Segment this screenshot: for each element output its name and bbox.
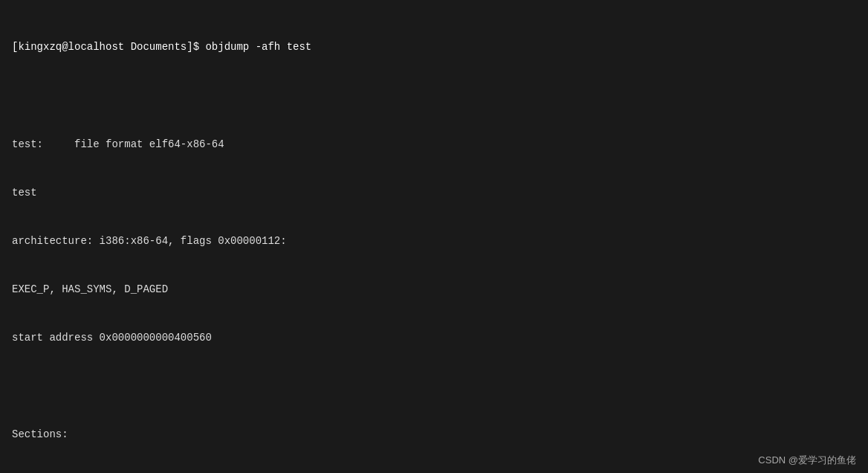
arch-line: architecture: i386:x86-64, flags 0x00000… — [12, 234, 856, 250]
exec-line: EXEC_P, HAS_SYMS, D_PAGED — [12, 282, 856, 298]
format-line: test: file format elf64-x86-64 — [12, 137, 856, 153]
start-line: start address 0x0000000000400560 — [12, 330, 856, 347]
sections-label: Sections: — [12, 427, 856, 443]
prompt-line: [kingxzq@localhost Documents]$ objdump -… — [12, 39, 856, 56]
blank2 — [12, 379, 856, 395]
terminal-window: [kingxzq@localhost Documents]$ objdump -… — [0, 0, 868, 473]
csdn-watermark: CSDN @爱学习的鱼佬 — [758, 454, 856, 467]
test-line: test — [12, 185, 856, 202]
blank1 — [12, 88, 856, 104]
